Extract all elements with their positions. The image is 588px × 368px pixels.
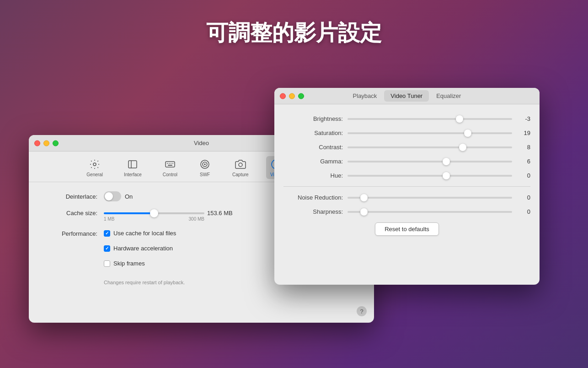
gamma-slider[interactable] (347, 161, 512, 162)
toolbar-item-interface[interactable]: Interface (120, 156, 145, 179)
target-icon (198, 158, 211, 171)
reset-button[interactable]: Reset to defaults (375, 222, 439, 236)
minimize-button[interactable] (43, 140, 49, 146)
checkbox-cache-row: Use cache for local files (104, 230, 176, 237)
performance-checkboxes: Use cache for local files Hardware accel… (104, 230, 176, 271)
close-button[interactable] (34, 140, 40, 146)
brightness-value: -3 (517, 115, 530, 122)
cache-size-range: 1 MB 300 MB (104, 216, 204, 222)
performance-label: Performance: (43, 230, 97, 237)
checkbox-hardware[interactable] (104, 245, 110, 252)
cache-size-slider[interactable] (104, 212, 204, 214)
checkbox-cache-label: Use cache for local files (113, 230, 176, 237)
svg-rect-1 (128, 161, 137, 168)
tuner-minimize-button[interactable] (289, 93, 295, 99)
tuner-tabs: Playback Video Tuner Equalizer (347, 90, 468, 102)
cache-size-slider-wrap: 153.6 MB (104, 210, 235, 216)
checkbox-skip[interactable] (104, 260, 110, 267)
traffic-lights (34, 140, 59, 146)
saturation-slider[interactable] (347, 132, 512, 134)
sharpness-value: 0 (517, 208, 530, 215)
noise-value: 0 (517, 194, 530, 201)
sharpness-row: Sharpness: 0 (283, 208, 530, 215)
saturation-value: 19 (517, 130, 530, 136)
brightness-label: Brightness: (283, 115, 343, 122)
toolbar-label-swf: SWF (200, 172, 210, 177)
camera-icon (234, 158, 247, 171)
hue-slider[interactable] (347, 175, 512, 177)
tuner-content: Brightness: -3 Saturation: 19 Contrast: … (274, 104, 540, 243)
checkbox-hardware-label: Hardware acceleration (113, 245, 173, 252)
video-window-title: Video (194, 140, 209, 146)
gamma-label: Gamma: (283, 158, 343, 165)
brightness-row: Brightness: -3 (283, 115, 530, 122)
gamma-row: Gamma: 6 (283, 158, 530, 165)
toolbar-item-capture[interactable]: Capture (229, 156, 252, 179)
tuner-window: Playback Video Tuner Equalizer Brightnes… (274, 88, 540, 285)
gear-icon (88, 158, 101, 171)
gamma-value: 6 (517, 158, 530, 165)
hue-value: 0 (517, 172, 530, 179)
tab-video-tuner[interactable]: Video Tuner (384, 90, 429, 102)
deinterlace-toggle-label: On (125, 193, 133, 200)
cache-min: 1 MB (104, 216, 114, 222)
noise-label: Noise Reduction: (283, 194, 343, 201)
deinterlace-label: Deinterlace: (43, 193, 97, 200)
checkbox-skip-label: Skip frames (113, 260, 145, 267)
contrast-slider[interactable] (347, 146, 512, 148)
saturation-label: Saturation: (283, 130, 343, 136)
contrast-value: 8 (517, 144, 530, 151)
tab-playback[interactable]: Playback (347, 90, 384, 102)
checkbox-cache[interactable] (104, 230, 110, 237)
tuner-maximize-button[interactable] (298, 93, 304, 99)
contrast-label: Contrast: (283, 144, 343, 151)
checkbox-hw-row: Hardware acceleration (104, 245, 176, 252)
sidebar-icon (126, 158, 139, 171)
hue-row: Hue: 0 (283, 172, 530, 179)
toolbar-label-capture: Capture (232, 172, 249, 177)
hue-label: Hue: (283, 172, 343, 179)
sharpness-slider[interactable] (347, 211, 512, 213)
deinterlace-toggle[interactable] (104, 191, 121, 201)
page-title: 可調整的影片設定 (0, 18, 588, 48)
tab-equalizer[interactable]: Equalizer (430, 90, 467, 102)
cache-size-value: 153.6 MB (207, 210, 235, 216)
svg-point-12 (239, 163, 242, 167)
sharpness-label: Sharpness: (283, 208, 343, 215)
cache-size-label: Cache size: (43, 210, 97, 216)
help-button[interactable]: ? (357, 306, 367, 316)
maximize-button[interactable] (53, 140, 59, 146)
toolbar-item-general[interactable]: General (83, 156, 107, 179)
svg-point-0 (93, 163, 96, 166)
contrast-row: Contrast: 8 (283, 144, 530, 151)
brightness-slider[interactable] (347, 118, 512, 120)
toolbar-item-control[interactable]: Control (159, 156, 181, 179)
svg-rect-3 (166, 162, 175, 167)
tuner-traffic-lights (280, 93, 304, 99)
keyboard-icon (164, 158, 176, 171)
toolbar-item-swf[interactable]: SWF (195, 156, 215, 179)
toolbar-label-general: General (86, 172, 103, 177)
toolbar-label-control: Control (163, 172, 177, 177)
tuner-divider (283, 186, 530, 187)
saturation-row: Saturation: 19 (283, 130, 530, 136)
noise-slider[interactable] (347, 197, 512, 199)
toolbar-label-interface: Interface (124, 172, 142, 177)
cache-max: 300 MB (189, 216, 204, 222)
checkbox-skip-row: Skip frames (104, 260, 176, 267)
tuner-titlebar: Playback Video Tuner Equalizer (274, 88, 540, 104)
tuner-close-button[interactable] (280, 93, 286, 99)
svg-point-11 (204, 164, 205, 165)
noise-row: Noise Reduction: 0 (283, 194, 530, 201)
